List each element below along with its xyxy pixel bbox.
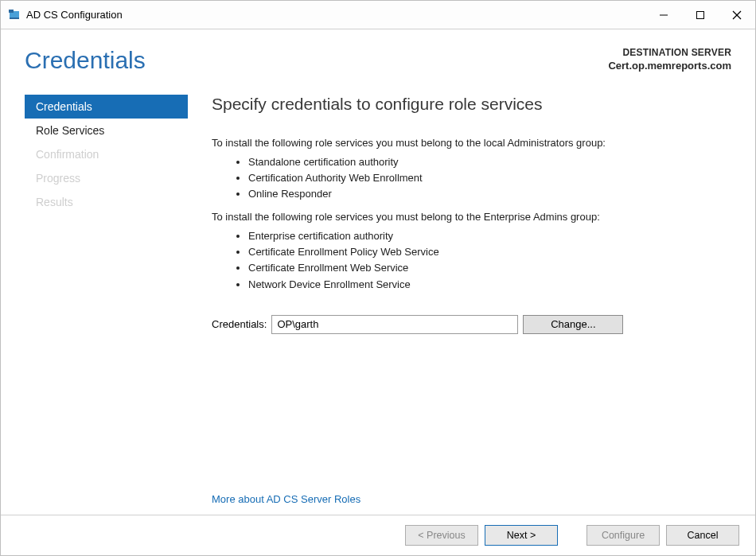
enterprise-admins-intro: To install the following role services y…	[212, 210, 731, 225]
next-button[interactable]: Next >	[485, 525, 558, 546]
sidebar-item-results: Results	[25, 190, 188, 214]
svg-rect-4	[697, 11, 704, 18]
wizard-sidebar: Credentials Role Services Confirmation P…	[25, 95, 188, 515]
change-button[interactable]: Change...	[523, 315, 623, 334]
cancel-button[interactable]: Cancel	[666, 525, 739, 546]
svg-rect-1	[10, 17, 19, 19]
page-title: Credentials	[25, 47, 146, 74]
list-item: Standalone certification authority	[248, 154, 731, 170]
local-admins-list: Standalone certification authority Certi…	[212, 154, 731, 202]
credentials-input[interactable]	[271, 315, 518, 334]
main-area: Credentials Role Services Confirmation P…	[1, 80, 755, 515]
list-item: Network Device Enrollment Service	[248, 277, 731, 293]
wizard-footer: < Previous Next > Configure Cancel	[1, 515, 755, 555]
list-item: Enterprise certification authority	[248, 228, 731, 244]
credentials-row: Credentials: Change...	[212, 315, 731, 334]
window-title: AD CS Configuration	[26, 9, 123, 21]
content-column: Specify credentials to configure role se…	[188, 95, 731, 515]
configure-button: Configure	[586, 525, 660, 546]
sidebar-item-credentials[interactable]: Credentials	[25, 95, 188, 119]
header-panel: Credentials DESTINATION SERVER Cert.op.m…	[1, 29, 755, 80]
svg-rect-2	[9, 10, 14, 13]
maximize-button[interactable]	[682, 1, 719, 29]
window-controls	[645, 1, 755, 29]
list-item: Certificate Enrollment Policy Web Servic…	[248, 244, 731, 260]
list-item: Certificate Enrollment Web Service	[248, 260, 731, 276]
sidebar-item-confirmation: Confirmation	[25, 142, 188, 166]
destination-block: DESTINATION SERVER Cert.op.memreports.co…	[608, 47, 731, 72]
sidebar-item-role-services[interactable]: Role Services	[25, 119, 188, 142]
destination-label: DESTINATION SERVER	[608, 47, 731, 58]
more-about-link[interactable]: More about AD CS Server Roles	[212, 493, 731, 505]
previous-button: < Previous	[405, 525, 478, 546]
destination-server: Cert.op.memreports.com	[608, 60, 731, 72]
list-item: Online Responder	[248, 186, 731, 202]
sidebar-item-progress: Progress	[25, 166, 188, 190]
app-icon	[7, 8, 21, 22]
enterprise-admins-list: Enterprise certification authority Certi…	[212, 228, 731, 293]
local-admins-intro: To install the following role services y…	[212, 136, 731, 151]
credentials-label: Credentials:	[212, 318, 267, 330]
close-button[interactable]	[719, 1, 755, 29]
minimize-button[interactable]	[645, 1, 682, 29]
list-item: Certification Authority Web Enrollment	[248, 170, 731, 186]
content-heading: Specify credentials to configure role se…	[212, 95, 731, 114]
titlebar: AD CS Configuration	[1, 1, 755, 29]
